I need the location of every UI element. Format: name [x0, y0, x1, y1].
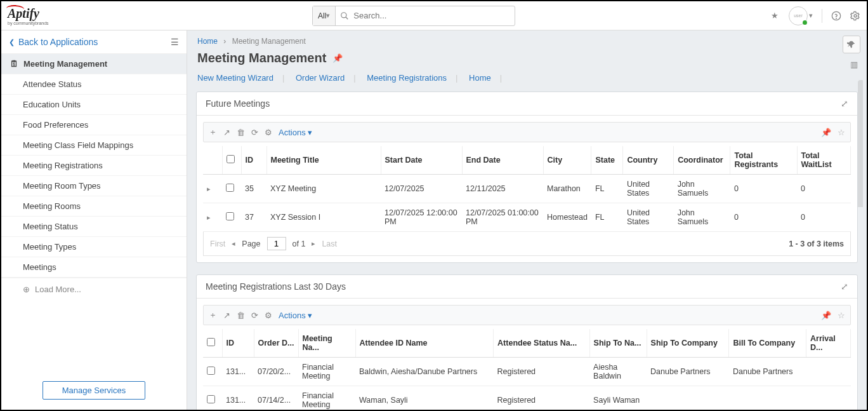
col-meeting-name[interactable]: Meeting Na...	[298, 329, 355, 358]
logo-text: Aptify	[8, 6, 58, 21]
select-all-checkbox[interactable]	[207, 338, 215, 346]
link-order-wizard[interactable]: Order Wizard	[296, 73, 345, 83]
star-icon[interactable]: ☆	[838, 311, 845, 320]
table-row[interactable]: ▸ 35 XYZ Meeting 12/07/2025 12/11/2025 M…	[203, 175, 851, 203]
pin-icon[interactable]: 📌	[332, 53, 343, 64]
col-city[interactable]: City	[543, 146, 591, 175]
col-id[interactable]: ID	[241, 146, 266, 175]
col-ship-to-company[interactable]: Ship To Company	[647, 329, 729, 358]
row-checkbox[interactable]	[207, 367, 215, 375]
gear-icon[interactable]: ⚙	[265, 311, 272, 320]
col-country[interactable]: Country	[623, 146, 674, 175]
sidebar: ❮ Back to Applications ☰ 🗓 Meeting Manag…	[1, 30, 187, 410]
pager-page-input[interactable]	[267, 237, 286, 250]
sidebar-item-meeting-room-types[interactable]: Meeting Room Types	[1, 176, 187, 196]
add-icon[interactable]: ＋	[209, 126, 217, 138]
expand-icon[interactable]: ⤢	[841, 281, 848, 292]
col-end-date[interactable]: End Date	[462, 146, 543, 175]
expand-row-icon[interactable]: ▸	[207, 185, 211, 192]
scrollbar[interactable]	[858, 80, 864, 403]
panel2-toolbar: ＋ ↗ 🗑 ⟳ ⚙ Actions ▾ 📌 ☆	[203, 305, 851, 325]
expand-row-icon[interactable]: ▸	[207, 213, 211, 221]
col-attendee-status[interactable]: Attendee Status Na...	[494, 329, 590, 358]
row-checkbox[interactable]	[226, 184, 234, 192]
delete-icon[interactable]: 🗑	[237, 311, 245, 320]
svg-point-0	[341, 12, 346, 17]
col-attendee-name[interactable]: Attendee ID Name	[355, 329, 494, 358]
col-id[interactable]: ID	[222, 329, 254, 358]
global-search[interactable]: All▾	[312, 6, 515, 26]
sidebar-item-food-preferences[interactable]: Food Preferences	[1, 115, 187, 135]
link-new-meeting-wizard[interactable]: New Meeting Wizard	[197, 73, 273, 83]
actions-dropdown[interactable]: Actions ▾	[279, 311, 312, 320]
back-to-applications[interactable]: ❮ Back to Applications ☰	[1, 30, 187, 54]
col-bill-to-company[interactable]: Bill To Company	[729, 329, 806, 358]
col-meeting-title[interactable]: Meeting Title	[266, 146, 381, 175]
table-row[interactable]: 131... 07/20/2... Financial Meeting Bald…	[203, 358, 851, 386]
open-icon[interactable]: ↗	[223, 311, 230, 320]
calendar-icon: 🗓	[10, 59, 18, 69]
sidebar-item-attendee-status[interactable]: Attendee Status	[1, 74, 187, 95]
col-coordinator[interactable]: Coordinator	[674, 146, 730, 175]
link-meeting-registrations[interactable]: Meeting Registrations	[367, 73, 447, 83]
expand-icon[interactable]: ⤢	[841, 98, 848, 109]
help-icon[interactable]	[831, 11, 841, 21]
star-icon[interactable]: ☆	[838, 128, 845, 137]
refresh-icon[interactable]: ⟳	[251, 311, 258, 320]
future-meetings-table: ID Meeting Title Start Date End Date Cit…	[203, 146, 851, 232]
user-avatar[interactable]: user	[789, 6, 808, 25]
pager-next-icon[interactable]: ▸	[312, 239, 315, 248]
panel-title: Meeting Registrations Last 30 Days	[206, 281, 346, 292]
pin-page-button[interactable]	[843, 36, 860, 53]
search-scope-dropdown[interactable]: All▾	[313, 6, 336, 25]
delete-icon[interactable]: 🗑	[237, 128, 245, 137]
hamburger-icon[interactable]: ☰	[171, 37, 179, 47]
pager-first[interactable]: First	[210, 239, 225, 248]
table-row[interactable]: 131... 07/14/2... Financial Meeting Wama…	[203, 386, 851, 410]
actions-dropdown[interactable]: Actions ▾	[279, 128, 312, 137]
svg-line-1	[346, 17, 348, 19]
select-all-checkbox[interactable]	[227, 155, 235, 163]
settings-gear-icon[interactable]	[850, 11, 860, 21]
gear-icon[interactable]: ⚙	[265, 128, 272, 137]
table-row[interactable]: ▸ 37 XYZ Session I 12/07/2025 12:00:00 P…	[203, 203, 851, 232]
sidebar-item-meeting-types[interactable]: Meeting Types	[1, 237, 187, 257]
row-checkbox[interactable]	[207, 395, 215, 403]
top-right-controls: ★ user ▾	[770, 6, 860, 25]
col-order-date[interactable]: Order D...	[254, 329, 298, 358]
layout-icon[interactable]: ▥	[850, 60, 858, 69]
sidebar-item-meeting-status[interactable]: Meeting Status	[1, 217, 187, 237]
sidebar-item-meeting-rooms[interactable]: Meeting Rooms	[1, 196, 187, 217]
user-menu-caret-icon[interactable]: ▾	[809, 11, 813, 20]
favorite-star-icon[interactable]: ★	[770, 11, 780, 21]
pin-icon[interactable]: 📌	[821, 311, 831, 320]
app-logo: Aptify by communitybrands	[8, 4, 58, 27]
col-state[interactable]: State	[591, 146, 623, 175]
breadcrumb-home[interactable]: Home	[197, 37, 218, 46]
open-icon[interactable]: ↗	[223, 128, 230, 137]
col-arrival-date[interactable]: Arrival D...	[806, 329, 851, 358]
sidebar-item-meeting-registrations[interactable]: Meeting Registrations	[1, 156, 187, 176]
load-more[interactable]: ⊕ Load More...	[1, 278, 187, 300]
col-ship-to-name[interactable]: Ship To Na...	[589, 329, 647, 358]
add-icon[interactable]: ＋	[209, 309, 217, 321]
sidebar-item-meeting-management[interactable]: 🗓 Meeting Management	[1, 54, 187, 74]
manage-services-button[interactable]: Manage Services	[43, 381, 145, 400]
pin-icon[interactable]: 📌	[821, 128, 831, 137]
pager-last[interactable]: Last	[322, 239, 337, 248]
col-total-registrants[interactable]: Total Registrants	[730, 146, 797, 175]
breadcrumb-current: Meeting Management	[232, 37, 306, 46]
sidebar-item-meeting-class-field-mappings[interactable]: Meeting Class Field Mappings	[1, 135, 187, 156]
link-home[interactable]: Home	[469, 73, 491, 83]
col-start-date[interactable]: Start Date	[381, 146, 462, 175]
refresh-icon[interactable]: ⟳	[251, 128, 258, 137]
col-total-waitlist[interactable]: Total WaitList	[797, 146, 851, 175]
top-bar: Aptify by communitybrands All▾ ★ user ▾	[1, 1, 867, 30]
panel-meeting-registrations: Meeting Registrations Last 30 Days ⤢ ＋ ↗…	[196, 274, 858, 410]
search-input[interactable]	[350, 11, 515, 20]
row-checkbox[interactable]	[226, 212, 234, 220]
pager-prev-icon[interactable]: ◂	[232, 239, 235, 248]
chevron-left-icon: ❮	[9, 38, 15, 46]
sidebar-item-education-units[interactable]: Education Units	[1, 95, 187, 115]
sidebar-item-meetings[interactable]: Meetings	[1, 257, 187, 278]
